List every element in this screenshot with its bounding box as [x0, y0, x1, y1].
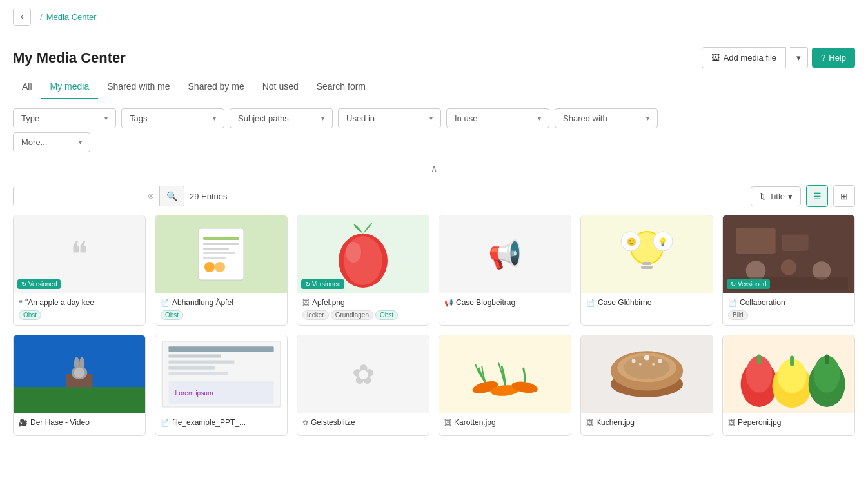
video-icon-7: 🎥: [19, 419, 28, 427]
media-tags-3: lecker Grundlagen Obst: [302, 310, 424, 320]
media-card-10[interactable]: 🖼 Karotten.jpg: [439, 335, 571, 436]
svg-rect-66: [825, 354, 829, 364]
cake-image: [581, 335, 713, 413]
media-card-6[interactable]: ↻ Versioned 📄 Collaboration Bild: [722, 215, 855, 326]
media-card-12[interactable]: 🖼 Peperoni.jpg: [722, 335, 855, 436]
media-info-1: ❝ "An apple a day kee Obst: [14, 293, 145, 325]
media-name-1: ❝ "An apple a day kee: [19, 298, 140, 307]
svg-point-7: [215, 262, 225, 272]
tag-obst-2[interactable]: Obst: [161, 310, 183, 320]
media-card-5[interactable]: 🙂 💡 📄 Case Glühbirne: [580, 215, 713, 326]
media-info-10: 🖼 Karotten.jpg: [439, 413, 571, 435]
filter-tags[interactable]: Tags ▾: [121, 108, 224, 128]
svg-rect-4: [203, 252, 235, 254]
help-label: Help: [829, 53, 846, 63]
svg-point-54: [658, 359, 662, 363]
media-info-7: 🎥 Der Hase - Video: [14, 413, 145, 435]
media-thumb-3: ↻ Versioned: [297, 215, 429, 293]
search-button[interactable]: 🔍: [159, 186, 184, 206]
filter-more-label: More...: [21, 137, 47, 147]
svg-rect-20: [736, 228, 775, 254]
media-card-4[interactable]: 📢 📢 Case Blogbeitrag: [439, 215, 571, 326]
media-name-12: 🖼 Peperoni.jpg: [728, 418, 849, 427]
tab-all[interactable]: All: [13, 75, 41, 99]
media-thumb-11: [581, 335, 713, 413]
image-icon-3: 🖼: [302, 299, 310, 306]
ppt-icon-8: 📄: [161, 419, 170, 427]
filter-used-in[interactable]: Used in ▾: [338, 108, 441, 128]
media-thumb-9: ✿: [297, 335, 429, 413]
tag-bild[interactable]: Bild: [728, 310, 748, 320]
breadcrumb-current: Media Center: [46, 12, 97, 22]
filter-subject-paths[interactable]: Subject paths ▾: [230, 108, 333, 128]
tab-shared-by-me[interactable]: Shared by me: [179, 75, 253, 99]
breadcrumb-separator: /: [40, 12, 43, 22]
svg-rect-21: [782, 234, 809, 251]
tab-search-form[interactable]: Search form: [308, 75, 375, 99]
sort-label: Title: [769, 192, 785, 201]
media-card-3[interactable]: ↻ Versioned 🖼 Apfel.png lecker Grundlage…: [297, 215, 429, 326]
filter-in-use[interactable]: In use ▾: [446, 108, 549, 128]
collapse-bar[interactable]: ∧: [0, 159, 868, 177]
versioned-label-6: Versioned: [738, 281, 766, 288]
tab-my-media[interactable]: My media: [41, 75, 99, 99]
media-thumb-6: ↻ Versioned: [723, 215, 854, 293]
media-card-8[interactable]: Lorem ipsum 📄 file_example_PPT_...: [155, 335, 288, 436]
svg-point-10: [346, 242, 361, 263]
media-name-5: 📄 Case Glühbirne: [586, 298, 707, 307]
entries-count: 29 Entries: [190, 192, 228, 201]
sort-button[interactable]: ⇅ Title ▾: [751, 186, 801, 206]
tag-obst-1[interactable]: Obst: [19, 310, 41, 320]
media-info-11: 🖼 Kuchen.jpg: [581, 413, 713, 435]
svg-point-56: [652, 363, 655, 366]
chevron-down-icon: ▾: [104, 115, 108, 122]
media-name-4: 📢 Case Blogbeitrag: [444, 298, 566, 307]
media-info-9: ✿ Geistesblitze: [297, 413, 429, 435]
tab-not-used[interactable]: Not used: [253, 75, 308, 99]
media-title-11: Kuchen.jpg: [596, 418, 635, 427]
image-icon-12: 🖼: [728, 419, 735, 426]
version-icon-3: ↻: [305, 281, 310, 288]
filter-type[interactable]: Type ▾: [13, 108, 116, 128]
tab-bar: All My media Shared with me Shared by me…: [0, 75, 868, 99]
media-card-11[interactable]: 🖼 Kuchen.jpg: [580, 335, 713, 436]
back-button[interactable]: ‹: [13, 8, 31, 26]
media-thumb-2: [155, 215, 287, 293]
media-info-2: 📄 Abhandlung Äpfel Obst: [155, 293, 287, 325]
tag-obst-3[interactable]: Obst: [375, 310, 398, 320]
media-title-4: Case Blogbeitrag: [456, 298, 515, 307]
media-card-9[interactable]: ✿ ✿ Geistesblitze: [297, 335, 429, 436]
media-thumb-1: ❝ ↻ Versioned: [14, 215, 145, 293]
media-card-1[interactable]: ❝ ↻ Versioned ❝ "An apple a day kee Obst: [13, 215, 146, 326]
svg-rect-36: [168, 354, 221, 357]
media-title-3: Apfel.png: [312, 298, 345, 307]
media-card-2[interactable]: 📄 Abhandlung Äpfel Obst: [155, 215, 288, 326]
help-button[interactable]: ? Help: [812, 48, 855, 68]
media-thumb-7: [14, 335, 145, 413]
add-media-button[interactable]: 🖼 Add media file: [702, 47, 786, 68]
media-name-10: 🖼 Karotten.jpg: [444, 418, 566, 427]
filter-more[interactable]: More... ▾: [13, 132, 90, 152]
media-title-9: Geistesblitze: [311, 418, 355, 427]
media-card-7[interactable]: 🎥 Der Hase - Video: [13, 335, 146, 436]
document-preview-icon: [195, 225, 247, 283]
page-header: My Media Center 🖼 Add media file ▾ ? Hel…: [0, 34, 868, 75]
add-media-dropdown-button[interactable]: ▾: [790, 47, 808, 68]
carrots-image: [439, 335, 571, 413]
grid-view-button[interactable]: ⊞: [833, 185, 855, 207]
tag-lecker[interactable]: lecker: [302, 310, 329, 320]
media-info-3: 🖼 Apfel.png lecker Grundlagen Obst: [297, 293, 429, 325]
svg-rect-13: [642, 262, 651, 265]
list-view-button[interactable]: ☰: [806, 185, 828, 207]
chevron-down-icon: ▾: [788, 192, 793, 201]
clear-search-icon[interactable]: ⊗: [143, 187, 159, 205]
media-info-12: 🖼 Peperoni.jpg: [723, 413, 854, 435]
filter-shared-with[interactable]: Shared with ▾: [555, 108, 658, 128]
svg-rect-35: [168, 346, 273, 352]
tab-shared-with-me[interactable]: Shared with me: [98, 75, 179, 99]
tag-grundlagen[interactable]: Grundlagen: [331, 310, 373, 320]
media-info-6: 📄 Collaboration Bild: [723, 293, 854, 325]
lightbulb-image: 🙂 💡: [618, 222, 676, 286]
media-info-8: 📄 file_example_PPT_...: [155, 413, 287, 435]
search-input[interactable]: [14, 187, 143, 206]
